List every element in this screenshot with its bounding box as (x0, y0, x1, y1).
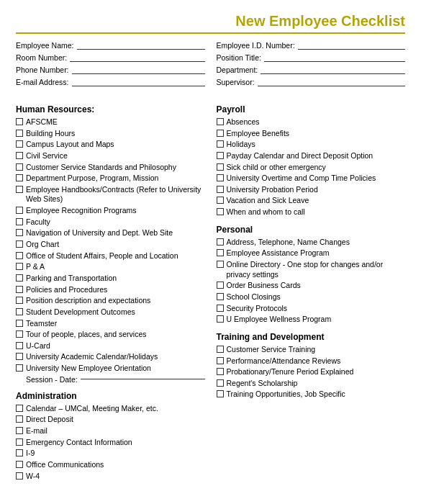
checkbox[interactable] (16, 461, 23, 468)
checkbox[interactable] (217, 346, 224, 353)
list-item: Office Communications (16, 460, 205, 470)
checkbox[interactable] (16, 308, 23, 315)
checkbox[interactable] (16, 297, 23, 304)
list-item: Customer Service Training (217, 345, 406, 355)
checkbox[interactable] (16, 263, 23, 270)
checkbox[interactable] (16, 274, 23, 282)
checkbox[interactable] (16, 186, 23, 193)
list-item: Calendar – UMCal, Meeting Maker, etc. (16, 404, 205, 414)
checkbox[interactable] (16, 240, 23, 248)
checkbox[interactable] (16, 140, 23, 148)
checkbox[interactable] (217, 357, 224, 364)
checkbox[interactable] (16, 364, 23, 372)
checkbox[interactable] (217, 140, 224, 148)
list-item: Training Opportunities, Job Specific (217, 390, 406, 400)
checkbox[interactable] (16, 427, 23, 434)
checkbox[interactable] (16, 472, 23, 480)
list-item: Performance/Attendance Reviews (217, 356, 406, 366)
list-item: Employee Assistance Program (217, 248, 406, 258)
checkbox[interactable] (217, 379, 224, 387)
checkbox[interactable] (217, 293, 224, 300)
checkbox[interactable] (16, 353, 23, 360)
list-item: Employee Handbooks/Contracts (Refer to U… (16, 185, 205, 204)
checkbox[interactable] (16, 207, 23, 214)
list-item: School Closings (217, 292, 406, 302)
list-item: University New Employee Orientation (16, 364, 205, 374)
list-item: Holidays (217, 140, 406, 150)
employee-id-label: Employee I.D. Number: (217, 41, 295, 50)
page-title: New Employee Checklist (16, 13, 405, 34)
list-item: Customer Service Standards and Philosoph… (16, 163, 205, 173)
list-item: Tour of people, places, and services (16, 330, 205, 340)
list-item: U-Card (16, 341, 205, 351)
list-item: Department Purpose, Program, Mission (16, 174, 205, 184)
checkbox[interactable] (217, 261, 224, 268)
checkbox[interactable] (217, 249, 224, 256)
list-item: University Overtime and Comp Time Polici… (217, 174, 406, 184)
checkbox[interactable] (16, 163, 23, 171)
checkbox[interactable] (16, 152, 23, 159)
employee-name-label: Employee Name: (16, 41, 74, 50)
list-item: I-9 (16, 449, 205, 459)
list-item: Order Business Cards (217, 281, 406, 291)
list-item: AFSCME (16, 117, 205, 127)
checkbox[interactable] (217, 305, 224, 312)
list-item: Probationary/Tenure Period Explained (217, 367, 406, 377)
list-item: Direct Deposit (16, 415, 205, 425)
list-item: Absences (217, 117, 406, 127)
session-date: Session - Date: (26, 375, 205, 384)
checkbox[interactable] (217, 368, 224, 375)
checkbox[interactable] (16, 286, 23, 293)
email-address-label: E-mail Address: (16, 78, 69, 86)
checkbox[interactable] (16, 252, 23, 259)
position-title-label: Position Title: (217, 53, 261, 62)
checkbox[interactable] (217, 390, 224, 397)
list-item: Position description and expectations (16, 296, 205, 306)
checkbox[interactable] (16, 449, 23, 456)
checkbox[interactable] (217, 152, 224, 159)
section-administration: Administration Calendar – UMCal, Meeting… (16, 391, 205, 481)
checkbox[interactable] (217, 197, 224, 204)
list-item: U Employee Wellness Program (217, 315, 406, 325)
list-item: Vacation and Sick Leave (217, 196, 406, 206)
checkbox[interactable] (16, 342, 23, 349)
list-item: Online Directory - One stop for changes … (217, 260, 406, 279)
supervisor-label: Supervisor: (217, 78, 255, 86)
checkbox[interactable] (217, 174, 224, 181)
checkbox[interactable] (217, 163, 224, 171)
list-item: University Probation Period (217, 185, 406, 195)
checkbox[interactable] (16, 130, 23, 137)
checkbox[interactable] (16, 405, 23, 412)
list-item: Org Chart (16, 240, 205, 250)
checkbox[interactable] (217, 208, 224, 215)
list-item: Faculty (16, 217, 205, 228)
list-item: Address, Telephone, Name Changes (217, 238, 406, 248)
department-label: Department: (217, 66, 258, 74)
checkbox[interactable] (217, 186, 224, 193)
checkbox[interactable] (16, 229, 23, 236)
list-item: Building Hours (16, 129, 205, 139)
checkbox[interactable] (217, 315, 224, 323)
checkbox[interactable] (217, 282, 224, 289)
checkbox[interactable] (217, 118, 224, 125)
checkbox[interactable] (217, 238, 224, 246)
checkbox[interactable] (16, 320, 23, 327)
list-item: Navigation of University and Dept. Web S… (16, 228, 205, 238)
list-item: University Academic Calendar/Holidays (16, 352, 205, 362)
list-item: Student Development Outcomes (16, 307, 205, 318)
section-payroll: Payroll Absences Employee Benefits Holid… (217, 104, 406, 217)
list-item: Sick child or other emergency (217, 163, 406, 173)
phone-number-label: Phone Number: (16, 66, 69, 74)
payroll-title: Payroll (217, 104, 406, 114)
checkbox[interactable] (16, 438, 23, 446)
checkbox[interactable] (16, 174, 23, 181)
list-item: Employee Benefits (217, 129, 406, 139)
checkbox[interactable] (16, 330, 23, 338)
checkbox[interactable] (16, 415, 23, 423)
list-item: Parking and Transportation (16, 274, 205, 284)
left-column: Human Resources: AFSCME Building Hours C… (16, 97, 205, 482)
checkbox[interactable] (16, 118, 23, 125)
checkbox[interactable] (16, 218, 23, 225)
list-item: Payday Calendar and Direct Deposit Optio… (217, 151, 406, 161)
checkbox[interactable] (217, 130, 224, 137)
